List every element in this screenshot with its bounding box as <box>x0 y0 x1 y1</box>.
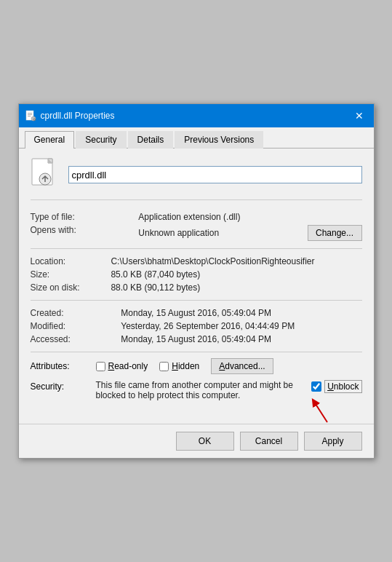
location-row: Location: C:\Users\bhatm\Desktop\ClockPo… <box>31 255 362 268</box>
apply-button[interactable]: Apply <box>304 432 362 451</box>
advanced-button[interactable]: Advanced... <box>211 358 273 374</box>
type-label: Type of file: <box>31 210 139 223</box>
accessed-row: Accessed: Monday, 15 August 2016, 05:49:… <box>31 333 362 346</box>
security-text: This file came from another computer and… <box>96 380 293 400</box>
created-label: Created: <box>31 306 121 320</box>
separator-1 <box>31 248 362 249</box>
location-table: Location: C:\Users\bhatm\Desktop\ClockPo… <box>31 255 362 294</box>
security-content: This file came from another computer and… <box>96 380 305 400</box>
size-label: Size: <box>31 268 111 281</box>
size-disk-value: 88.0 KB (90,112 bytes) <box>111 281 361 294</box>
hidden-checkbox-label[interactable]: Hidden <box>159 361 199 371</box>
svg-rect-3 <box>28 116 31 116</box>
created-value: Monday, 15 August 2016, 05:49:04 PM <box>121 306 361 320</box>
titlebar: ⚙ cprdll.dll Properties ✕ <box>19 104 374 127</box>
separator-2 <box>31 300 362 301</box>
size-row: Size: 85.0 KB (87,040 bytes) <box>31 268 362 281</box>
hidden-label: Hidden <box>172 361 199 371</box>
accessed-label: Accessed: <box>31 333 121 346</box>
readonly-checkbox-label[interactable]: Read-only <box>96 361 148 371</box>
attributes-label: Attributes: <box>31 361 96 371</box>
size-value: 85.0 KB (87,040 bytes) <box>111 268 361 281</box>
svg-rect-2 <box>28 114 32 115</box>
location-label: Location: <box>31 255 111 268</box>
file-icon <box>31 157 60 192</box>
opens-with-row: Opens with: Unknown application Change..… <box>31 223 362 242</box>
close-button[interactable]: ✕ <box>351 108 368 123</box>
location-value: C:\Users\bhatm\Desktop\ClockPositionRigh… <box>111 255 361 268</box>
change-button[interactable]: Change... <box>308 225 362 241</box>
hidden-checkbox[interactable] <box>159 362 169 371</box>
opens-with-cell: Unknown application Change... <box>138 223 361 242</box>
svg-line-11 <box>314 402 327 422</box>
security-check-area: Unblock <box>311 380 361 393</box>
advanced-label: Advanced... <box>219 361 265 371</box>
attributes-row: Attributes: Read-only Hidden Advanced... <box>31 358 362 374</box>
unblock-label: Unblock <box>324 380 361 393</box>
dialog-content: Type of file: Application extension (.dl… <box>19 149 374 409</box>
cancel-button[interactable]: Cancel <box>240 432 298 451</box>
tab-details[interactable]: Details <box>128 131 174 149</box>
tab-security[interactable]: Security <box>76 131 126 149</box>
tab-bar: General Security Details Previous Versio… <box>19 127 374 149</box>
created-row: Created: Monday, 15 August 2016, 05:49:0… <box>31 306 362 320</box>
security-label: Security: <box>31 380 96 392</box>
titlebar-icon: ⚙ <box>25 110 36 122</box>
filename-input[interactable] <box>68 166 362 183</box>
tab-previous-versions[interactable]: Previous Versions <box>175 131 263 149</box>
attributes-items: Read-only Hidden Advanced... <box>96 358 362 374</box>
modified-row: Modified: Yesterday, 26 September 2016, … <box>31 320 362 333</box>
accessed-value: Monday, 15 August 2016, 05:49:04 PM <box>121 333 361 346</box>
footer: OK Cancel Apply <box>19 424 374 458</box>
info-table: Type of file: Application extension (.dl… <box>31 210 362 242</box>
modified-label: Modified: <box>31 320 121 333</box>
dates-table: Created: Monday, 15 August 2016, 05:49:0… <box>31 306 362 346</box>
dialog-title: cprdll.dll Properties <box>41 111 351 121</box>
opens-value: Unknown application <box>138 228 307 238</box>
size-disk-label: Size on disk: <box>31 281 111 294</box>
type-value: Application extension (.dll) <box>138 210 361 223</box>
svg-rect-1 <box>28 113 32 114</box>
separator-3 <box>31 352 362 352</box>
unblock-checkbox[interactable] <box>311 381 321 392</box>
arrow-indicator <box>305 395 335 424</box>
properties-dialog: ⚙ cprdll.dll Properties ✕ General Securi… <box>18 103 375 459</box>
modified-value: Yesterday, 26 September 2016, 04:44:49 P… <box>121 320 361 333</box>
file-header <box>31 157 362 200</box>
type-row: Type of file: Application extension (.dl… <box>31 210 362 223</box>
ok-button[interactable]: OK <box>176 432 234 451</box>
size-disk-row: Size on disk: 88.0 KB (90,112 bytes) <box>31 281 362 294</box>
security-row: Security: This file came from another co… <box>31 380 362 400</box>
readonly-checkbox[interactable] <box>96 362 105 371</box>
tab-general[interactable]: General <box>25 131 75 149</box>
readonly-label: Read-only <box>108 361 148 371</box>
opens-label: Opens with: <box>31 223 139 242</box>
